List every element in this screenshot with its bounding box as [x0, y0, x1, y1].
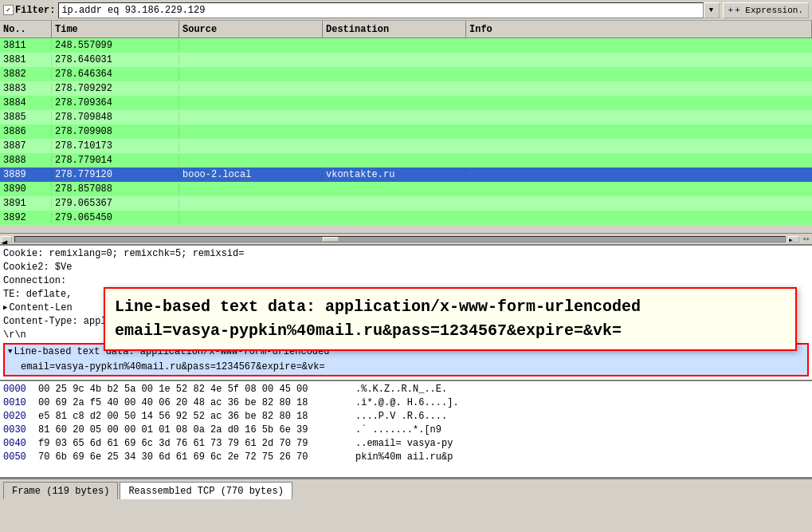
scrollbar-track[interactable]: [14, 236, 786, 242]
large-tooltip: Line-based text data: application/x-www-…: [104, 287, 797, 351]
table-row[interactable]: 3887 278.710173: [0, 139, 812, 153]
tooltip-line2: email=vasya-pypkin%40mail.ru&pass=123456…: [115, 319, 786, 343]
hex-offset: 0010: [3, 396, 32, 410]
cell-no: 3892: [0, 212, 52, 223]
cell-time: 248.557099: [52, 40, 179, 51]
filter-checkbox[interactable]: ✓: [3, 5, 14, 15]
scroll-left-btn[interactable]: ◀: [1, 236, 12, 242]
hex-chars: .%.K.Z..R.N_..E.: [355, 383, 447, 396]
filter-bar: ✓ Filter: ▼ + + Expression.: [0, 0, 812, 21]
table-row[interactable]: 3892 279.065450: [0, 211, 812, 225]
bottom-tabs: Frame (119 bytes)Reassembled TCP (770 by…: [0, 479, 812, 499]
hex-line: 0010 00 69 2a f5 40 00 40 06 20 48 ac 36…: [3, 396, 809, 410]
hex-line: 0040 f9 03 65 6d 61 69 6c 3d 76 61 73 79…: [3, 437, 809, 451]
cell-time: 278.710173: [52, 140, 179, 152]
col-info[interactable]: Info: [466, 21, 812, 37]
hex-chars: .` .......*.[n9: [355, 424, 441, 437]
hex-bytes: 00 25 9c 4b b2 5a 00 1e 52 82 4e 5f 08 0…: [38, 383, 349, 396]
cell-time: 279.065450: [52, 212, 179, 223]
hex-chars: .i*.@.@. H.6....].: [355, 396, 459, 410]
col-destination[interactable]: Destination: [323, 21, 466, 37]
col-source[interactable]: Source: [179, 21, 323, 37]
cell-time: 278.709364: [52, 97, 179, 108]
cell-no: 3882: [0, 69, 52, 80]
tooltip-line1: Line-based text data: application/x-www-…: [115, 295, 786, 319]
expand-arrow-content-len: ▶: [3, 301, 7, 315]
table-row[interactable]: 3883 278.709292: [0, 81, 812, 96]
cell-no: 3887: [0, 140, 52, 152]
table-header: No.. Time Source Destination Info: [0, 21, 812, 38]
table-row[interactable]: 3890 278.857088: [0, 182, 812, 196]
detail-cookie2: Cookie2: $Ve: [3, 261, 809, 274]
filter-input[interactable]: [58, 2, 703, 18]
cell-no: 3890: [0, 183, 52, 195]
filter-label: ✓ Filter:: [3, 5, 55, 16]
col-time[interactable]: Time: [52, 21, 179, 37]
scroll-indicator: ◂▸: [800, 234, 812, 243]
cell-no: 3811: [0, 40, 52, 51]
cell-destination: vkontakte.ru: [323, 169, 466, 180]
expand-arrow-linedata: ▼: [8, 345, 12, 359]
cell-source: booo-2.local: [179, 169, 323, 180]
cell-time: 278.709908: [52, 126, 179, 137]
table-row[interactable]: 3884 278.709364: [0, 96, 812, 110]
table-row[interactable]: 3889 278.779120 booo-2.local vkontakte.r…: [0, 167, 812, 182]
table-row[interactable]: 3811 248.557099: [0, 38, 812, 53]
tab-button[interactable]: Reassembled TCP (770 bytes): [120, 482, 292, 499]
tab-button[interactable]: Frame (119 bytes): [3, 482, 118, 499]
hex-offset: 0040: [3, 437, 32, 451]
cell-time: 278.779014: [52, 155, 179, 166]
scroll-right-btn[interactable]: ▶: [788, 236, 799, 242]
hex-chars: ....P.V .R.6....: [355, 410, 447, 424]
hex-offset: 0000: [3, 383, 32, 396]
hex-dump: 0000 00 25 9c 4b b2 5a 00 1e 52 82 4e 5f…: [0, 381, 812, 479]
cell-no: 3888: [0, 155, 52, 166]
hex-line: 0020 e5 81 c8 d2 00 50 14 56 92 52 ac 36…: [3, 410, 809, 424]
hex-line: 0050 70 6b 69 6e 25 34 30 6d 61 69 6c 2e…: [3, 451, 809, 464]
cell-time: 278.646364: [52, 69, 179, 80]
table-row[interactable]: 3881 278.646031: [0, 53, 812, 67]
hex-chars: pkin%40m ail.ru&p: [355, 451, 453, 464]
filter-expression-button[interactable]: + + Expression.: [723, 2, 809, 18]
detail-connection: Connection:: [3, 274, 809, 288]
cell-no: 3881: [0, 54, 52, 65]
horizontal-scrollbar[interactable]: ◀ ▶ ◂▸: [0, 233, 812, 244]
filter-text: Filter:: [15, 5, 55, 16]
table-row[interactable]: 3886 278.709908: [0, 124, 812, 139]
hex-bytes: 81 60 20 05 00 00 01 01 08 0a 2a d0 16 5…: [38, 424, 349, 437]
hex-bytes: f9 03 65 6d 61 69 6c 3d 76 61 73 79 61 2…: [38, 437, 349, 451]
table-row[interactable]: 3885 278.709848: [0, 110, 812, 124]
scrollbar-thumb[interactable]: [323, 237, 339, 242]
cell-no: 3886: [0, 126, 52, 137]
cell-no: 3891: [0, 198, 52, 209]
cell-time: 278.857088: [52, 183, 179, 195]
hex-offset: 0020: [3, 410, 32, 424]
table-row[interactable]: 3882 278.646364: [0, 67, 812, 81]
table-row[interactable]: 3891 279.065367: [0, 196, 812, 211]
cell-time: 278.646031: [52, 54, 179, 65]
col-no[interactable]: No..: [0, 21, 52, 37]
detail-cookie: Cookie: remixlang=0; remixchk=5; remixsi…: [3, 247, 809, 261]
cell-time: 278.709292: [52, 83, 179, 94]
table-row[interactable]: 3888 278.779014: [0, 153, 812, 167]
detail-email-line: email=vasya-pypkin%40mail.ru&pass=123456…: [5, 360, 807, 375]
cell-no: 3883: [0, 83, 52, 94]
cell-time: 278.779120: [52, 169, 179, 180]
hex-line: 0030 81 60 20 05 00 00 01 01 08 0a 2a d0…: [3, 424, 809, 437]
hex-offset: 0050: [3, 451, 32, 464]
packet-list: 3811 248.557099 3881 278.646031 3882 278…: [0, 38, 812, 246]
cell-time: 279.065367: [52, 198, 179, 209]
hex-offset: 0030: [3, 424, 32, 437]
cell-no: 3884: [0, 97, 52, 108]
hex-bytes: 00 69 2a f5 40 00 40 06 20 48 ac 36 be 8…: [38, 396, 349, 410]
hex-bytes: 70 6b 69 6e 25 34 30 6d 61 69 6c 2e 72 7…: [38, 451, 349, 464]
filter-dropdown[interactable]: ▼: [704, 2, 720, 18]
cell-no: 3885: [0, 112, 52, 123]
cell-no: 3889: [0, 169, 52, 180]
hex-line: 0000 00 25 9c 4b b2 5a 00 1e 52 82 4e 5f…: [3, 383, 809, 396]
hex-chars: ..email= vasya-py: [355, 437, 453, 451]
plus-icon: +: [728, 6, 734, 15]
hex-bytes: e5 81 c8 d2 00 50 14 56 92 52 ac 36 be 8…: [38, 410, 349, 424]
cell-time: 278.709848: [52, 112, 179, 123]
